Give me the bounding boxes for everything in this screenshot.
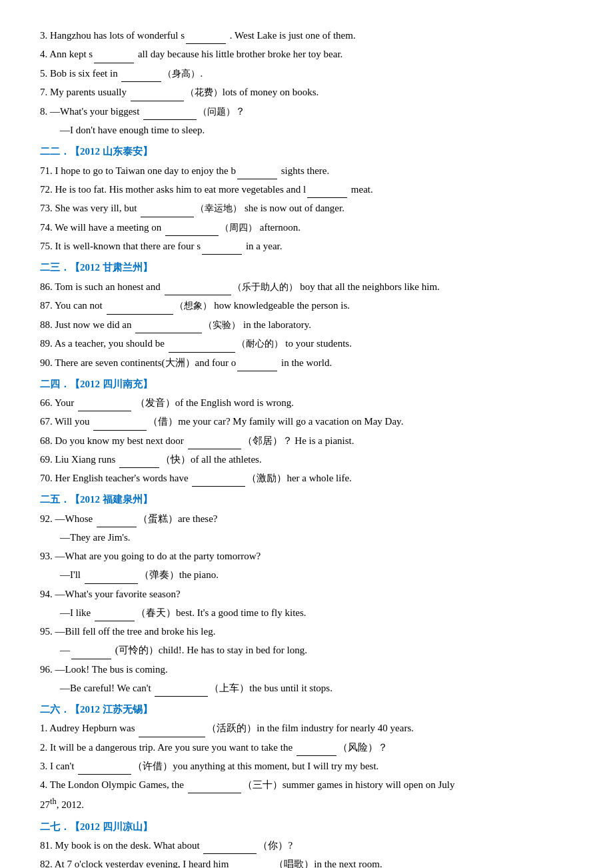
line-68: 68. Do you know my best next door （邻居）？ … [40,432,573,449]
line-90: 90. There are seven continents(大洲）and fo… [40,354,573,371]
blank [107,314,173,315]
line-73: 73. She was very ill, but （幸运地） she is n… [40,199,573,217]
blank [139,737,205,737]
line-96a: 96. —Look! The bus is coming. [40,661,573,678]
line-8a: 8. —What's your biggest （问题）？ [40,103,573,121]
blank [97,527,137,527]
line-4: 4. Ann kept s all day because his little… [40,45,573,63]
line-95a: 95. —Bill fell off the tree and broke hi… [40,623,573,640]
blank [121,81,161,82]
blank [141,217,194,217]
line-26-3: 3. I can't （许借）you anything at this mome… [40,757,573,775]
line-94b: —I like （春天）best. It's a good time to fl… [40,604,573,621]
line-94a: 94. —What's your favorite season? [40,585,573,603]
blank [203,853,257,854]
line-92a: 92. —Whose （蛋糕）are these? [40,510,573,527]
line-72: 72. He is too fat. His mother asks him t… [40,181,573,198]
blank [119,467,159,468]
blank [188,793,241,793]
blank [165,235,219,236]
blank [307,197,347,198]
line-8b: —I don't have enough time to sleep. [40,121,573,139]
blank [186,43,226,44]
line-87: 87. You can not （想象） how knowledgeable t… [40,297,573,315]
line-26-2: 2. It will be a dangerous trip. Are you … [40,739,573,756]
section-26-header: 二六．【2012 江苏无锡】 [40,701,573,718]
line-26-4b: 27th, 2012. [40,795,573,813]
line-96b: —Be careful! We can't （上车）the bus until … [40,679,573,697]
blank [202,254,242,255]
line-88: 88. Just now we did an （实验） in the labor… [40,316,573,334]
blank [143,119,197,120]
blank [78,411,131,411]
line-74: 74. We will have a meeting on （周四） after… [40,219,573,237]
line-66: 66. Your （发音）of the English word is wron… [40,394,573,411]
line-81: 81. My book is on the desk. What about （… [40,837,573,854]
line-93a: 93. —What are you going to do at the par… [40,547,573,565]
blank [188,449,241,449]
blank [93,430,147,431]
blank [95,621,135,621]
line-5: 5. Bob is six feet in （身高）. [40,65,573,83]
blank [94,63,134,63]
blank [237,371,277,371]
line-86: 86. Tom is such an honest and （乐于助人的） bo… [40,278,573,296]
blank [297,755,336,756]
main-content: 3. Hangzhou has lots of wonderful s . We… [40,27,573,868]
blank [78,774,131,775]
line-75: 75. It is well-known that there are four… [40,237,573,255]
line-26-1: 1. Audrey Hepburn was （活跃的）in the film i… [40,719,573,737]
section-22-header: 二二．【2012 山东泰安】 [40,143,573,160]
section-23-header: 二三．【2012 甘肃兰州】 [40,259,573,276]
line-7: 7. My parents usually （花费）lots of money … [40,83,573,101]
line-26-4a: 4. The London Olympic Games, the （三十）sum… [40,776,573,793]
blank [237,179,277,179]
line-69: 69. Liu Xiang runs （快）of all the athlete… [40,451,573,468]
line-3: 3. Hangzhou has lots of wonderful s . We… [40,27,573,44]
blank [192,486,245,487]
blank [169,352,235,353]
line-89: 89. As a teacher, you should be （耐心的） to… [40,335,573,353]
blank [135,333,202,333]
blank [131,101,184,101]
line-67: 67. Will you （借）me your car? My family w… [40,413,573,430]
blank [71,659,111,659]
section-25-header: 二五．【2012 福建泉州】 [40,491,573,508]
line-92b: —They are Jim's. [40,529,573,546]
line-71: 71. I hope to go to Taiwan one day to en… [40,162,573,179]
section-24-header: 二四．【2012 四川南充】 [40,375,573,393]
blank [155,696,208,697]
blank [85,583,138,584]
line-93b: —I'll （弹奏）the piano. [40,566,573,583]
line-70: 70. Her English teacher's words have （激励… [40,469,573,487]
line-95b: — (可怜的）child!. He has to stay in bed for… [40,641,573,659]
section-27-header: 二七．【2012 四川凉山】 [40,818,573,835]
blank [165,295,231,295]
line-82: 82. At 7 o'clock yesterday evening, I he… [40,855,573,868]
